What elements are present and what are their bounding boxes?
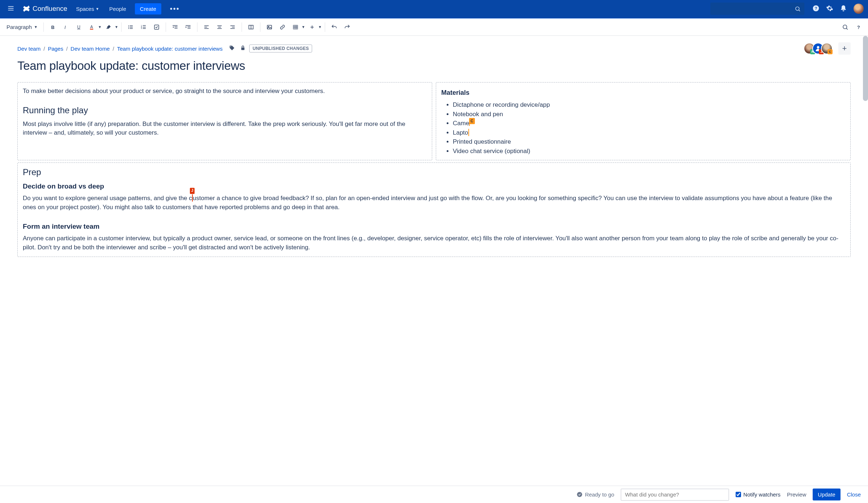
svg-rect-25 (173, 25, 178, 26)
svg-rect-13 (130, 25, 133, 26)
align-center-button[interactable] (213, 21, 226, 33)
svg-text:B: B (51, 24, 54, 30)
svg-rect-29 (187, 26, 190, 27)
chevron-down-icon: ▼ (34, 25, 38, 29)
svg-text:I: I (64, 24, 66, 30)
task-list-button[interactable] (150, 21, 163, 33)
product-name: Confluence (33, 5, 67, 13)
more-menu-icon[interactable]: ••• (166, 3, 183, 15)
insert-image-button[interactable] (263, 21, 276, 33)
svg-rect-28 (186, 25, 191, 26)
svg-rect-35 (218, 27, 221, 28)
svg-text:?: ? (857, 24, 860, 30)
bullet-list-button[interactable] (124, 21, 137, 33)
svg-rect-23 (143, 28, 146, 29)
editor-help-button[interactable]: ? (852, 21, 864, 33)
svg-point-16 (128, 28, 129, 29)
underline-button[interactable]: U (73, 21, 85, 33)
svg-rect-24 (154, 25, 159, 29)
svg-rect-15 (130, 27, 133, 28)
notifications-icon[interactable] (840, 5, 847, 13)
align-right-button[interactable] (226, 21, 239, 33)
italic-button[interactable]: I (60, 21, 72, 33)
nav-spaces[interactable]: Spaces ▼ (72, 4, 103, 14)
insert-table-button[interactable] (289, 21, 302, 33)
insert-more-button[interactable] (306, 21, 318, 33)
bold-button[interactable]: B (47, 21, 59, 33)
align-left-button[interactable] (200, 21, 213, 33)
svg-line-4 (799, 10, 800, 11)
insert-link-button[interactable] (276, 21, 289, 33)
svg-point-3 (796, 7, 799, 10)
svg-point-14 (128, 26, 129, 27)
chevron-down-icon[interactable]: ▼ (302, 25, 305, 29)
svg-point-12 (128, 25, 129, 26)
find-replace-button[interactable] (839, 21, 851, 33)
search-input[interactable] (710, 3, 804, 15)
svg-rect-37 (230, 25, 235, 26)
create-button[interactable]: Create (135, 3, 161, 14)
svg-text:3: 3 (141, 27, 142, 29)
svg-rect-44 (293, 25, 298, 29)
profile-avatar[interactable] (854, 4, 864, 14)
svg-point-51 (843, 25, 847, 29)
editor-toolbar: Paragraph ▼ B I U A ▼ ▼ 123 ▼ ▼ ? (0, 18, 868, 36)
svg-text:?: ? (814, 6, 817, 10)
primary-nav: Spaces ▼ People Create ••• (72, 3, 183, 15)
svg-rect-21 (143, 27, 146, 28)
numbered-list-button[interactable]: 123 (137, 21, 150, 33)
chevron-down-icon[interactable]: ▼ (98, 25, 102, 29)
svg-rect-36 (217, 28, 222, 29)
svg-rect-17 (130, 28, 133, 29)
svg-rect-30 (187, 28, 190, 29)
global-actions: ? (812, 4, 864, 14)
outdent-button[interactable] (169, 21, 181, 33)
text-color-button[interactable]: A (86, 21, 98, 33)
highlight-button[interactable] (102, 21, 115, 33)
svg-rect-38 (232, 27, 235, 28)
undo-button[interactable] (328, 21, 340, 33)
nav-people[interactable]: People (106, 4, 130, 14)
page-layout-button[interactable] (245, 21, 257, 33)
svg-rect-11 (90, 29, 93, 29)
svg-rect-42 (267, 25, 272, 29)
svg-rect-27 (174, 28, 177, 29)
svg-text:U: U (77, 24, 80, 29)
svg-text:A: A (90, 25, 93, 29)
block-style-select[interactable]: Paragraph ▼ (4, 22, 41, 32)
svg-rect-33 (204, 28, 209, 29)
redo-button[interactable] (341, 21, 353, 33)
help-icon[interactable]: ? (812, 5, 820, 13)
svg-rect-31 (204, 25, 209, 26)
app-switcher-icon[interactable] (4, 2, 17, 16)
settings-icon[interactable] (826, 5, 833, 13)
global-nav: Confluence Spaces ▼ People Create ••• ? (0, 0, 868, 17)
chevron-down-icon[interactable]: ▼ (115, 25, 118, 29)
svg-rect-34 (217, 25, 222, 26)
svg-rect-19 (143, 25, 146, 26)
confluence-logo[interactable]: Confluence (22, 5, 67, 13)
search-icon (795, 6, 801, 12)
chevron-down-icon: ▼ (95, 7, 99, 11)
indent-button[interactable] (182, 21, 194, 33)
svg-rect-39 (230, 28, 235, 29)
chevron-down-icon[interactable]: ▼ (318, 25, 322, 29)
svg-rect-32 (204, 27, 207, 28)
svg-line-52 (846, 28, 847, 29)
svg-rect-26 (174, 26, 177, 27)
